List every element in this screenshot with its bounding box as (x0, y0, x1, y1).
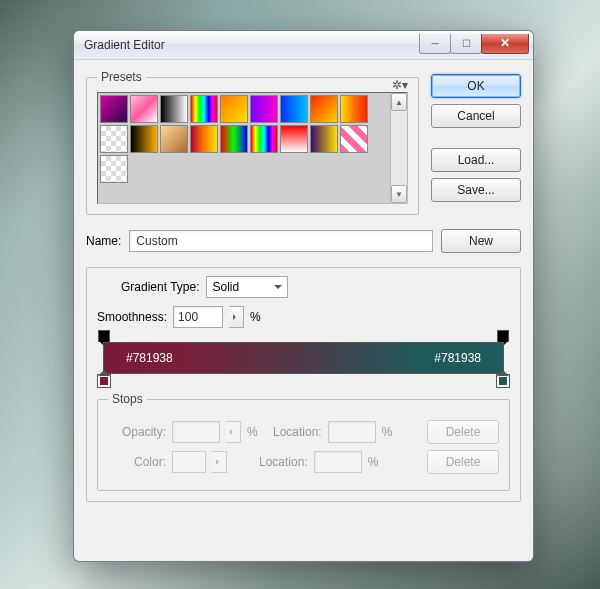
presets-menu-icon[interactable]: ✲▾ (392, 78, 408, 92)
opacity-stepper (226, 421, 241, 443)
color-label: Color: (108, 455, 166, 469)
preset-swatch[interactable] (130, 125, 158, 153)
color-stop-right[interactable] (496, 374, 510, 388)
window-controls: ─ ☐ ✕ (420, 34, 529, 54)
color-location-input (314, 451, 362, 473)
preset-swatch[interactable] (100, 155, 128, 183)
maximize-button[interactable]: ☐ (450, 34, 482, 54)
preset-swatch[interactable] (160, 95, 188, 123)
gradient-editor-window: Gradient Editor ─ ☐ ✕ Presets ✲▾ ▲ ▼ (73, 30, 534, 562)
preset-swatch[interactable] (190, 125, 218, 153)
color-stop-left[interactable] (97, 374, 111, 388)
preset-swatch[interactable] (250, 95, 278, 123)
preset-swatch[interactable] (280, 95, 308, 123)
opacity-location-percent: % (382, 425, 393, 439)
delete-opacity-button: Delete (427, 420, 499, 444)
cancel-button[interactable]: Cancel (431, 104, 521, 128)
scroll-up-icon[interactable]: ▲ (391, 93, 407, 111)
preset-swatch[interactable] (130, 95, 158, 123)
opacity-input (172, 421, 220, 443)
close-button[interactable]: ✕ (481, 34, 529, 54)
titlebar[interactable]: Gradient Editor ─ ☐ ✕ (74, 31, 533, 60)
color-well (172, 451, 206, 473)
preset-swatch[interactable] (250, 125, 278, 153)
preset-swatch[interactable] (340, 95, 368, 123)
preset-swatch[interactable] (190, 95, 218, 123)
gradient-right-hex: #781938 (434, 351, 481, 365)
window-title: Gradient Editor (84, 38, 420, 52)
smoothness-label: Smoothness: (97, 310, 167, 324)
opacity-location-input (328, 421, 376, 443)
opacity-label: Opacity: (108, 425, 166, 439)
gradient-type-dropdown[interactable]: Solid (206, 276, 288, 298)
presets-legend: Presets (97, 70, 146, 84)
color-location-label: Location: (250, 455, 308, 469)
presets-scrollbar[interactable]: ▲ ▼ (390, 93, 407, 203)
window-body: Presets ✲▾ ▲ ▼ OK Cancel Load... Save... (74, 60, 533, 561)
name-input[interactable]: Custom (129, 230, 433, 252)
preset-swatch[interactable] (310, 125, 338, 153)
gradient-left-hex: #781938 (126, 351, 173, 365)
opacity-stop-left[interactable] (98, 330, 110, 342)
delete-color-button: Delete (427, 450, 499, 474)
opacity-percent: % (247, 425, 258, 439)
color-location-percent: % (368, 455, 379, 469)
ok-button[interactable]: OK (431, 74, 521, 98)
gradient-group: Gradient Type: Solid Smoothness: 100 % #… (86, 267, 521, 502)
action-buttons: OK Cancel Load... Save... (431, 70, 521, 215)
minimize-button[interactable]: ─ (419, 34, 451, 54)
smoothness-input[interactable]: 100 (173, 306, 223, 328)
stops-group: Stops Opacity: % Location: % Delete Colo… (97, 392, 510, 491)
opacity-stop-right[interactable] (497, 330, 509, 342)
gradient-bar-area: #781938 #781938 (103, 342, 504, 374)
preset-swatch[interactable] (340, 125, 368, 153)
opacity-location-label: Location: (264, 425, 322, 439)
scroll-down-icon[interactable]: ▼ (391, 185, 407, 203)
preset-swatch[interactable] (160, 125, 188, 153)
save-button[interactable]: Save... (431, 178, 521, 202)
preset-swatch[interactable] (100, 95, 128, 123)
gradient-type-label: Gradient Type: (121, 280, 200, 294)
preset-swatch[interactable] (310, 95, 338, 123)
load-button[interactable]: Load... (431, 148, 521, 172)
preset-swatch[interactable] (100, 125, 128, 153)
preset-swatch[interactable] (220, 95, 248, 123)
smoothness-percent: % (250, 310, 261, 324)
preset-swatch[interactable] (280, 125, 308, 153)
preset-swatch[interactable] (220, 125, 248, 153)
new-button[interactable]: New (441, 229, 521, 253)
presets-group: Presets ✲▾ ▲ ▼ (86, 70, 419, 215)
color-picker-arrow (212, 451, 227, 473)
name-label: Name: (86, 234, 121, 248)
smoothness-stepper[interactable] (229, 306, 244, 328)
presets-area: ▲ ▼ (97, 92, 408, 204)
stops-legend: Stops (108, 392, 147, 406)
presets-grid (98, 93, 390, 203)
gradient-bar[interactable]: #781938 #781938 (103, 342, 504, 374)
